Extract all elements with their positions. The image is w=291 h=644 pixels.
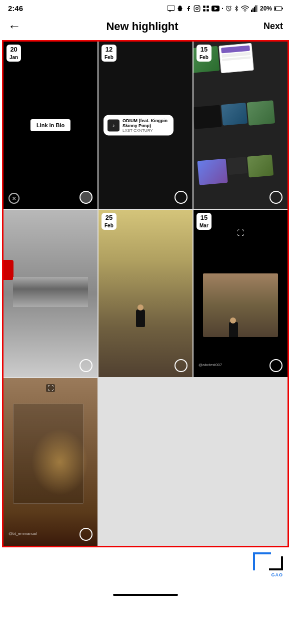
alarm-icon: [226, 5, 232, 12]
story-item-5[interactable]: 25 Feb: [98, 210, 192, 377]
music-info: ODIUM (feat. Kingpin Skinny Pimp) LXST C…: [122, 118, 170, 133]
back-button[interactable]: ←: [8, 19, 21, 34]
day-6: 15: [200, 214, 208, 222]
collage-thumb-6: [247, 155, 274, 178]
collage-thumb-4: [198, 159, 228, 185]
nav-indicator: [113, 594, 178, 596]
watermark-7: @bt_emmanual: [8, 531, 37, 536]
facebook-icon: [186, 5, 192, 12]
collage-grid: [194, 42, 288, 209]
link-in-bio-text: Link in Bio: [30, 119, 70, 131]
svg-rect-14: [254, 7, 255, 12]
wifi-icon: [241, 6, 249, 12]
snapchat-icon: [176, 5, 184, 12]
youtube-icon: [212, 6, 220, 12]
month-6: Mar: [200, 222, 208, 229]
svg-rect-12: [251, 10, 252, 12]
red-element: [4, 260, 14, 280]
svg-rect-18: [282, 8, 283, 9]
story-item-3[interactable]: 15 Feb: [194, 42, 288, 209]
select-circle-6[interactable]: [270, 359, 282, 372]
music-card: ♪ ODIUM (feat. Kingpin Skinny Pimp) LXST…: [104, 115, 174, 136]
svg-rect-7: [206, 9, 209, 12]
svg-rect-19: [274, 7, 276, 10]
svg-rect-13: [252, 8, 254, 12]
gao-label: GAO: [271, 572, 283, 577]
inner-frame: [13, 404, 84, 504]
bracket-black: [269, 556, 283, 570]
svg-point-3: [198, 6, 200, 7]
date-badge-6: 15 Mar: [196, 213, 212, 230]
month-2: Feb: [104, 54, 114, 61]
person-figure-6: [229, 322, 238, 337]
select-circle-7[interactable]: [80, 528, 92, 541]
collage-thumb-3: [247, 100, 276, 126]
select-circle-1[interactable]: [80, 191, 92, 204]
next-button[interactable]: Next: [264, 21, 283, 32]
bracket-blue: [253, 552, 271, 570]
message-icon: [168, 6, 174, 12]
dot-icon: ·: [222, 5, 224, 13]
signal-icon: [251, 5, 258, 12]
date-badge-5: 25 Feb: [102, 213, 116, 230]
stories-grid-container: 20 Jan Link in Bio ✕ 12 Feb ♪ ODIUM (fea…: [2, 40, 289, 547]
svg-rect-15: [256, 5, 256, 12]
day-5: 25: [104, 214, 114, 222]
date-badge-2: 12 Feb: [102, 45, 116, 62]
battery-text: 20%: [260, 5, 272, 12]
stories-grid: 20 Jan Link in Bio ✕ 12 Feb ♪ ODIUM (fea…: [4, 42, 288, 546]
watermark-6: @abctest007: [198, 363, 222, 367]
story-type-icon-7: ⛶: [46, 384, 55, 392]
day-3: 15: [200, 46, 208, 54]
story-item-2[interactable]: 12 Feb ♪ ODIUM (feat. Kingpin Skinny Pim…: [98, 42, 192, 209]
battery-icon: [274, 6, 283, 11]
nav-bar: [0, 587, 291, 602]
day-2: 12: [104, 46, 114, 54]
date-badge-1: 20 Jan: [6, 45, 21, 62]
svg-point-11: [244, 11, 246, 12]
story-type-icon-6: ⛶: [237, 229, 244, 237]
date-badge-3: 15 Feb: [196, 45, 212, 62]
gao-icon: GAO: [253, 552, 283, 577]
page-title: New highlight: [106, 20, 178, 33]
select-circle-2[interactable]: [174, 191, 188, 204]
header: ← New highlight Next: [0, 15, 291, 40]
story-item-1[interactable]: 20 Jan Link in Bio ✕: [4, 42, 98, 209]
status-icons: · 20%: [168, 5, 283, 13]
story-item-4[interactable]: [4, 210, 98, 377]
month-1: Jan: [10, 54, 18, 61]
bluetooth-icon: [234, 5, 239, 12]
story-item-6[interactable]: 15 Mar ⛶ @abctest007: [194, 210, 288, 377]
metal-strip: [13, 277, 88, 307]
day-1: 20: [10, 46, 18, 54]
svg-rect-6: [203, 9, 206, 12]
close-badge-1: ✕: [8, 193, 20, 204]
person-figure-5: [136, 309, 145, 327]
status-bar: 2:46 · 20%: [0, 0, 291, 15]
collage-thumb-5: [227, 157, 248, 175]
hallway-bg: [98, 210, 192, 377]
apps-icon: [202, 5, 210, 12]
month-3: Feb: [200, 54, 208, 61]
video-frame-6: [203, 273, 278, 337]
story-item-7[interactable]: ⛶ @bt_emmanual: [4, 378, 98, 545]
collage-thumb-app: [218, 43, 254, 74]
song-title: ODIUM (feat. Kingpin Skinny Pimp): [122, 118, 170, 128]
status-time: 2:46: [8, 4, 23, 13]
svg-rect-5: [206, 6, 209, 8]
select-circle-4[interactable]: [80, 359, 92, 372]
month-5: Feb: [104, 222, 114, 229]
svg-point-2: [196, 7, 198, 10]
svg-rect-16: [257, 5, 258, 12]
svg-rect-0: [168, 6, 174, 11]
artist-name: LXST CXNTURY: [122, 128, 170, 133]
svg-rect-4: [203, 6, 206, 8]
music-album-art: ♪: [108, 119, 120, 131]
instagram-icon: [194, 5, 200, 12]
collage-thumb-dark: [194, 105, 222, 129]
collage-thumb-2: [221, 103, 248, 126]
bottom-bar: GAO: [0, 547, 291, 587]
